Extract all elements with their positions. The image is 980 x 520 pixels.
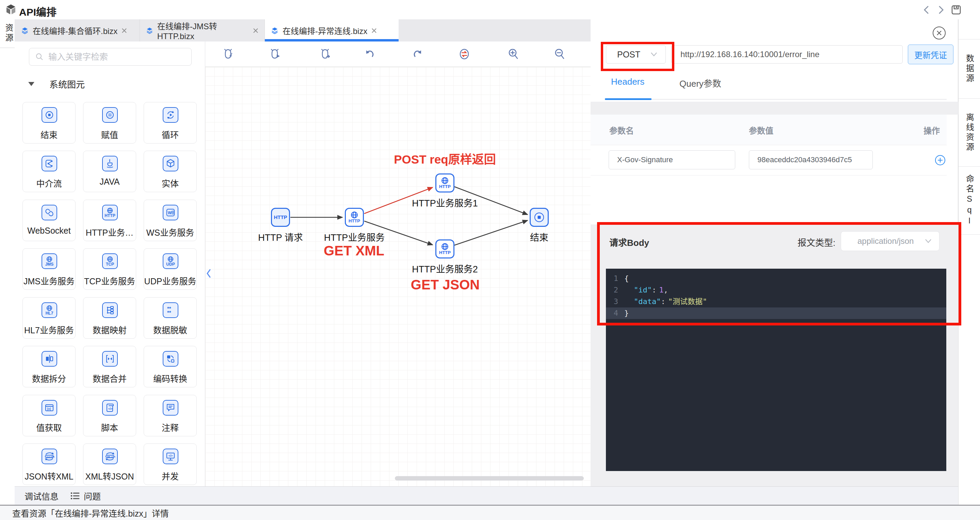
ws-service-icon: W [163, 205, 178, 220]
palette-item-mediator-flow[interactable]: 中介流 [22, 151, 76, 192]
svg-text:</>: </> [108, 407, 112, 411]
tab-file-3-active[interactable]: 在线编排-异常连线.bizx [265, 19, 399, 41]
sidebar-item-named-sql[interactable]: 命名Sql [959, 166, 980, 235]
sidebar-item-datasource[interactable]: 数据源 [959, 39, 980, 98]
debug-run-icon[interactable] [221, 47, 236, 62]
palette-item-script[interactable]: </> 脚本 [83, 395, 136, 436]
palette-item-loop[interactable]: 循环 [144, 102, 197, 144]
globe-icon [46, 305, 52, 311]
layers-icon [271, 27, 278, 34]
palette-item-value-get[interactable]: (x) 值获取 [22, 395, 76, 436]
sidebar-item-resources[interactable]: 资源 [3, 24, 14, 43]
sidebar-item-offline-resources[interactable]: 离线资源 [959, 98, 980, 166]
palette-item-udp-service[interactable]: UDP UDP业务服务 [144, 248, 197, 290]
http-service-icon: HTTP [102, 205, 118, 220]
globe-icon [46, 256, 52, 262]
node-end[interactable] [530, 208, 549, 227]
zoom-in-icon[interactable] [506, 47, 521, 62]
canvas-horizontal-scrollbar[interactable] [395, 476, 584, 480]
method-select[interactable]: POST [606, 45, 666, 63]
annotation-get-xml: GET XML [303, 243, 405, 258]
palette-item-websocket[interactable]: WebSocket [22, 200, 76, 241]
node-http-request[interactable]: HTTP [271, 208, 290, 227]
active-tab-underline [265, 39, 399, 41]
jms-service-icon: JMS [41, 254, 57, 269]
tab-label: 在线编排-异常连线.bizx [283, 24, 367, 36]
param-value-input[interactable] [749, 150, 873, 170]
palette-item-data-merge[interactable]: 数据合并 [83, 346, 136, 387]
close-icon[interactable] [371, 28, 377, 33]
palette-item-java[interactable]: JAVA [83, 151, 136, 192]
search-input[interactable] [48, 52, 178, 62]
palette-item-json-to-xml[interactable]: Json-XML JSON转XML [22, 444, 76, 485]
tab-headers[interactable]: Headers [611, 76, 644, 87]
url-input[interactable] [671, 45, 903, 63]
node-http-service-1[interactable]: HTTP [435, 173, 454, 192]
palette-item-concurrency[interactable]: </> 并发 [144, 444, 197, 485]
tab-file-1[interactable]: 在线编排-集合循环.bizx [15, 19, 140, 41]
node-http-service-2[interactable]: HTTP [435, 239, 454, 258]
svg-text:</>: </> [169, 454, 173, 457]
body-code-editor[interactable]: 1{ 2"id":1, 3"data":"测试数据" 4} [606, 269, 946, 471]
divider [605, 99, 947, 100]
redo-icon[interactable] [410, 47, 425, 62]
palette-item-jms-service[interactable]: JMS JMS业务服务 [22, 248, 76, 290]
palette-item-ws-service[interactable]: W WS业务服务 [144, 200, 197, 241]
palette-item-comment[interactable]: 注释 [144, 395, 197, 436]
tab-file-2[interactable]: 在线编排-JMS转HTTP.bizx [140, 19, 265, 41]
palette-section-header[interactable]: 系统图元 [28, 78, 85, 90]
palette-item-hl7-service[interactable]: HL7 HL7业务服务 [22, 297, 76, 339]
divider-band [590, 102, 958, 115]
palette-item-data-split[interactable]: 数据拆分 [22, 346, 76, 387]
app-logo-icon [5, 3, 17, 17]
sync-swap-icon[interactable] [457, 47, 472, 62]
method-value: POST [617, 50, 640, 60]
svg-text:XML-Json: XML-Json [107, 456, 116, 458]
param-name-input[interactable] [609, 150, 735, 170]
palette-item-entity[interactable]: 实体 [144, 151, 197, 192]
palette-item-http-service[interactable]: HTTP HTTP业务… [83, 200, 136, 241]
debug-info-button[interactable]: 调试信息 [24, 490, 59, 502]
annotation-post-return: POST req原样返回 [343, 150, 547, 167]
globe-icon [441, 243, 449, 250]
undo-icon[interactable] [362, 47, 377, 62]
search-box[interactable] [29, 48, 192, 66]
node-http-service[interactable]: HTTP [345, 208, 364, 227]
data-masking-icon: **** [163, 302, 178, 318]
palette-item-assign[interactable]: 赋值 [83, 102, 136, 144]
palette-item-end[interactable]: 结束 [22, 102, 76, 144]
palette-item-xml-to-json[interactable]: XML-Json XML转JSON [83, 444, 136, 485]
body-label: 请求Body [609, 236, 649, 248]
palette-item-encoding-convert[interactable]: 编码转换 [144, 346, 197, 387]
close-icon[interactable] [933, 27, 946, 40]
nav-back-icon[interactable] [921, 4, 932, 16]
annotation-get-json: GET JSON [391, 277, 500, 292]
close-icon[interactable] [121, 28, 127, 33]
debug-restart-icon[interactable] [318, 47, 333, 62]
save-icon[interactable] [950, 4, 962, 16]
zoom-out-icon[interactable] [552, 47, 567, 62]
content-type-select[interactable]: application/json [841, 231, 940, 251]
code-line: 2"id":1, [606, 284, 946, 296]
problems-button[interactable]: 问题 [71, 490, 101, 502]
palette-item-data-mapping[interactable]: 数据映射 [83, 297, 136, 339]
column-header-operation: 操作 [923, 124, 940, 136]
globe-icon [107, 256, 113, 262]
tcp-service-icon: TCP [102, 254, 118, 269]
section-title: 系统图元 [49, 78, 85, 90]
update-credential-button[interactable]: 更新凭证 [908, 44, 953, 64]
close-icon[interactable] [253, 28, 258, 33]
palette-item-tcp-service[interactable]: TCP TCP业务服务 [83, 248, 136, 290]
panel-collapse-icon[interactable] [205, 266, 212, 281]
palette-item-data-masking[interactable]: **** 数据脱敏 [144, 297, 197, 339]
data-mapping-icon [102, 302, 118, 318]
node-label: 结束 [488, 230, 590, 244]
active-tab-underline [605, 98, 652, 100]
search-icon [35, 53, 44, 61]
flow-canvas[interactable]: HTTP HTTP 请求 HTTP HTTP业务服务 HTTP HTTP业务服务… [205, 67, 590, 486]
tab-query-params[interactable]: Query参数 [679, 76, 721, 89]
nav-forward-icon[interactable] [935, 4, 947, 16]
add-param-icon[interactable] [935, 155, 945, 165]
debug-step-icon[interactable] [268, 47, 283, 62]
node-label: HTTP业务服务 [303, 230, 406, 244]
